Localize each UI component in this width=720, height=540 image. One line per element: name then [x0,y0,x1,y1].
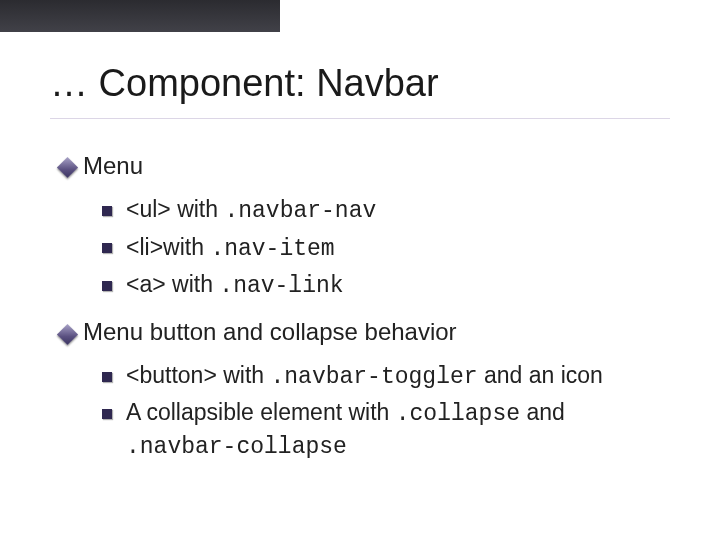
list-item: <a> with .nav-link [102,269,660,302]
slide-body: Menu <ul> with .navbar-nav <li>with .nav… [60,150,660,467]
item-code-2: .navbar-collapse [126,434,347,460]
section-heading-menu-button: Menu button and collapse behavior [60,316,660,350]
item-text: <ul> with [126,196,224,222]
item-text: <button> with [126,362,271,388]
item-text: A collapsible element with [126,399,396,425]
square-bullet-icon [102,281,112,291]
title-underline [50,118,670,119]
decorative-top-strip [0,0,280,32]
square-bullet-icon [102,372,112,382]
square-bullet-icon [102,243,112,253]
item-code: .collapse [396,401,520,427]
square-bullet-icon [102,206,112,216]
slide-title: … Component: Navbar [50,62,439,105]
item-code: .navbar-nav [224,198,376,224]
list-item: <li>with .nav-item [102,231,660,264]
section-heading-text: Menu [83,152,143,179]
list-item: A collapsible element with .collapse and… [102,397,660,463]
list-item: <ul> with .navbar-nav [102,194,660,227]
item-code: .nav-link [219,273,343,299]
section-heading-text: Menu button and collapse behavior [83,318,457,345]
section-heading-menu: Menu [60,150,660,184]
item-text-mid: and [520,399,565,425]
item-text: <li>with [126,234,210,260]
diamond-bullet-icon [60,151,75,183]
list-item: <button> with .navbar-toggler and an ico… [102,360,660,393]
item-code: .nav-item [210,236,334,262]
item-text: <a> with [126,271,219,297]
diamond-bullet-icon [60,318,75,350]
item-code: .navbar-toggler [271,364,478,390]
square-bullet-icon [102,409,112,419]
item-text-post: and an icon [478,362,603,388]
